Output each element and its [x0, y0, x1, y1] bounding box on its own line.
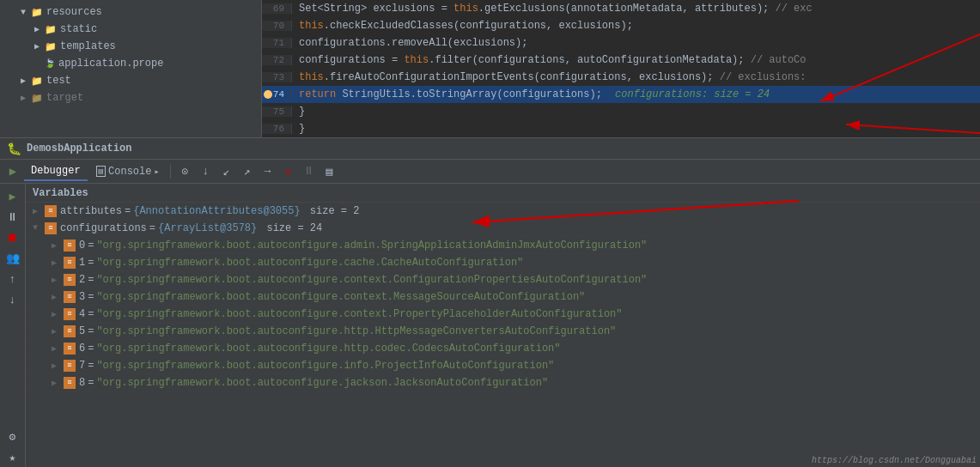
tree-item-resources[interactable]: 📁 resources	[0, 3, 261, 21]
sidebar-stop[interactable]: ⏹	[3, 228, 22, 247]
sidebar-frames[interactable]: 👥	[3, 249, 22, 268]
tree-item-static[interactable]: 📁 static	[0, 21, 261, 38]
line-content-72: configurations = this.filter(configurati…	[292, 54, 980, 66]
var-expand-6[interactable]	[52, 343, 64, 354]
var-item-configurations[interactable]: ≡ configurations = {ArrayList@3578} size…	[26, 220, 980, 237]
file-tree: 📁 resources 📁 static 📁 templates 🍃 appli…	[0, 0, 262, 137]
line-content-76: }	[292, 123, 980, 135]
code-line-69: 69 Set<String> exclusions = this.getExcl…	[262, 0, 980, 17]
var-expand-4[interactable]	[52, 309, 64, 319]
var-name-3: 3	[79, 291, 85, 303]
tab-debugger[interactable]: Debugger	[24, 162, 88, 181]
top-section: 📁 resources 📁 static 📁 templates 🍃 appli…	[0, 0, 980, 137]
code-line-71: 71 configurations.removeAll(exclusions);	[262, 34, 980, 52]
var-item-4[interactable]: ≡ 4 = "org.springframework.boot.autoconf…	[26, 306, 980, 323]
var-expand-configurations[interactable]	[33, 223, 45, 233]
var-value-2: "org.springframework.boot.autoconfigure.…	[96, 274, 647, 286]
var-name-5: 5	[79, 325, 85, 337]
var-expand-5[interactable]	[52, 326, 64, 337]
tree-item-test[interactable]: 📁 test	[0, 72, 261, 89]
tree-expand-resources	[21, 8, 31, 17]
tree-label-resources: resources	[46, 6, 102, 18]
debug-title: DemosbApplication	[27, 143, 131, 155]
btn-step-over[interactable]: ↓	[196, 162, 215, 181]
line-content-71: configurations.removeAll(exclusions);	[292, 37, 980, 49]
var-icon-3: ≡	[64, 291, 76, 303]
line-content-74: return StringUtils.toStringArray(configu…	[292, 88, 980, 100]
line-num-69: 69	[262, 3, 292, 14]
var-value-6: "org.springframework.boot.autoconfigure.…	[96, 343, 560, 355]
toolbar-separator	[170, 165, 171, 179]
line-content-75: }	[292, 106, 980, 118]
var-name-6: 6	[79, 343, 85, 355]
console-tab-label: Console	[108, 166, 151, 178]
var-expand-7[interactable]	[52, 361, 64, 371]
debugger-toolbar: ▶ Debugger ▤ Console ▸ ⊙ ↓ ↙ ↗ → ✕ ⏸ ▤	[0, 160, 980, 184]
var-icon-0: ≡	[64, 240, 76, 252]
btn-mute-breakpoints[interactable]: ⏸	[299, 162, 318, 181]
var-item-8[interactable]: ≡ 8 = "org.springframework.boot.autoconf…	[26, 374, 980, 391]
code-line-72: 72 configurations = this.filter(configur…	[262, 52, 980, 69]
var-icon-5: ≡	[64, 325, 76, 337]
btn-stop[interactable]: ✕	[278, 162, 297, 181]
var-item-6[interactable]: ≡ 6 = "org.springframework.boot.autoconf…	[26, 340, 980, 357]
sidebar-favorites[interactable]: ★	[3, 448, 22, 467]
var-expand-1[interactable]	[52, 258, 64, 268]
sidebar-down[interactable]: ↓	[3, 290, 22, 309]
tree-item-target[interactable]: 📁 target	[0, 89, 261, 106]
tree-label-target: target	[46, 92, 83, 104]
btn-step-out[interactable]: ↗	[237, 162, 256, 181]
var-item-attributes[interactable]: ≡ attributes = {AnnotationAttributes@305…	[26, 203, 980, 220]
var-name-2: 2	[79, 274, 85, 286]
var-name-attributes: attributes	[60, 205, 122, 217]
var-item-2[interactable]: ≡ 2 = "org.springframework.boot.autoconf…	[26, 271, 980, 288]
var-value-1: "org.springframework.boot.autoconfigure.…	[96, 257, 523, 269]
var-expand-0[interactable]	[52, 240, 64, 251]
line-num-75: 75	[262, 106, 292, 117]
var-value-5: "org.springframework.boot.autoconfigure.…	[96, 325, 616, 337]
var-expand-3[interactable]	[52, 292, 64, 302]
var-item-1[interactable]: ≡ 1 = "org.springframework.boot.autoconf…	[26, 254, 980, 271]
var-expand-attributes[interactable]	[33, 206, 45, 216]
var-size-configurations: size = 24	[260, 222, 322, 234]
var-item-5[interactable]: ≡ 5 = "org.springframework.boot.autoconf…	[26, 323, 980, 340]
var-value-attributes: {AnnotationAttributes@3055}	[133, 205, 300, 217]
tree-expand-target	[21, 93, 31, 103]
var-value-7: "org.springframework.boot.autoconfigure.…	[96, 360, 554, 372]
sidebar-settings[interactable]: ⚙	[3, 428, 22, 446]
var-value-configurations: {ArrayList@3578}	[158, 222, 257, 234]
resume-button[interactable]: ▶	[3, 162, 22, 181]
var-item-3[interactable]: ≡ 3 = "org.springframework.boot.autoconf…	[26, 288, 980, 306]
var-expand-2[interactable]	[52, 275, 64, 285]
line-content-73: this.fireAutoConfigurationImportEvents(c…	[292, 71, 980, 83]
var-icon-attributes: ≡	[45, 205, 57, 217]
code-line-70: 70 this.checkExcludedClasses(configurati…	[262, 17, 980, 34]
debug-bottom: ▶ ⏸ ⏹ 👥 ↑ ↓ ⚙ ★ Variables ≡ attributes =…	[0, 184, 980, 467]
btn-get-thread-dump[interactable]: ▤	[320, 162, 338, 181]
var-expand-8[interactable]	[52, 378, 64, 388]
prop-icon: 🍃	[45, 58, 55, 69]
line-num-73: 73	[262, 72, 292, 82]
sidebar-resume[interactable]: ▶	[3, 187, 22, 206]
line-num-72: 72	[262, 55, 292, 65]
btn-step-into[interactable]: ↙	[216, 162, 235, 181]
debug-bar: 🐛 DemosbApplication	[0, 137, 980, 160]
btn-run-to-cursor[interactable]: →	[258, 162, 277, 181]
code-lines: 69 Set<String> exclusions = this.getExcl…	[262, 0, 980, 137]
variables-header: Variables	[26, 184, 980, 203]
sidebar-up[interactable]: ↑	[3, 270, 22, 288]
tree-item-templates[interactable]: 📁 templates	[0, 38, 261, 55]
var-item-0[interactable]: ≡ 0 = "org.springframework.boot.autoconf…	[26, 237, 980, 254]
var-item-7[interactable]: ≡ 7 = "org.springframework.boot.autoconf…	[26, 357, 980, 374]
var-name-4: 4	[79, 308, 85, 320]
btn-show-exec-point[interactable]: ⊙	[175, 162, 194, 181]
left-sidebar: ▶ ⏸ ⏹ 👥 ↑ ↓ ⚙ ★	[0, 184, 26, 467]
line-content-69: Set<String> exclusions = this.getExclusi…	[292, 3, 980, 15]
tree-expand-test	[21, 76, 31, 86]
sidebar-pause[interactable]: ⏸	[3, 208, 22, 227]
var-eq-configurations: =	[149, 222, 155, 234]
var-icon-1: ≡	[64, 257, 76, 269]
tree-item-application-props[interactable]: 🍃 application.prope	[0, 55, 261, 72]
var-icon-7: ≡	[64, 360, 76, 372]
tab-console[interactable]: ▤ Console ▸	[89, 163, 167, 180]
